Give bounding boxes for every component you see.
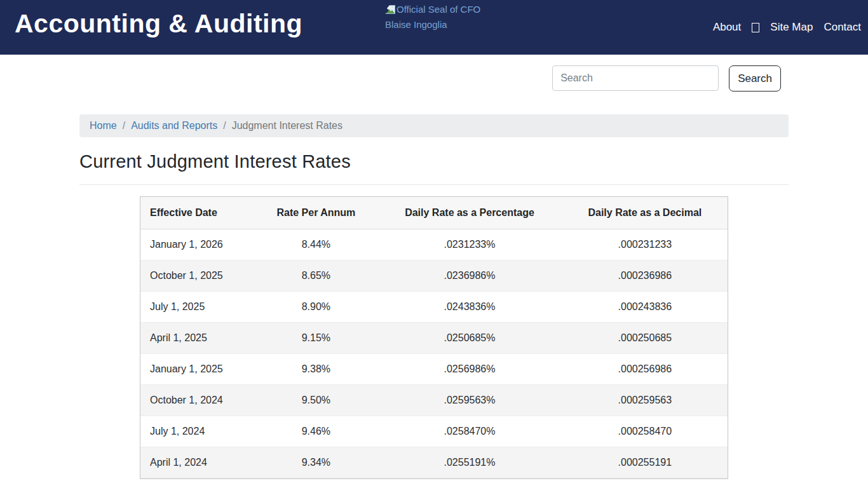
breadcrumb-separator: / (223, 120, 226, 132)
col-daily-rate-percentage: Daily Rate as a Percentage (377, 197, 562, 229)
table-cell: .0256986% (377, 354, 562, 385)
table-row: July 1, 20249.46%.0258470%.000258470 (140, 416, 728, 447)
table-row: April 1, 20259.15%.0250685%.000250685 (140, 323, 728, 354)
table-cell: .0231233% (377, 229, 562, 261)
table-cell: .0258470% (377, 416, 562, 447)
table-cell: .000243836 (562, 292, 728, 323)
table-cell: 9.34% (255, 447, 377, 478)
table-cell: January 1, 2026 (140, 229, 255, 261)
rates-table-body: January 1, 20268.44%.0231233%.000231233O… (140, 229, 728, 478)
table-cell: July 1, 2024 (140, 416, 255, 447)
table-cell: 9.15% (255, 323, 377, 354)
table-cell: .0259563% (377, 385, 562, 416)
title-divider (79, 184, 789, 185)
table-cell: .000231233 (562, 229, 728, 261)
table-cell: .000256986 (562, 354, 728, 385)
nav-site-map[interactable]: Site Map (770, 21, 813, 34)
search-bar: Search (79, 55, 789, 102)
table-row: October 1, 20258.65%.0236986%.000236986 (140, 261, 728, 292)
col-rate-per-annum: Rate Per Annum (255, 197, 377, 229)
table-cell: .000259563 (562, 385, 728, 416)
table-cell: October 1, 2025 (140, 261, 255, 292)
broken-image-icon (385, 5, 395, 14)
seal-alt-text: Official Seal of CFO Blaise Ingoglia (385, 4, 480, 30)
table-cell: .0236986% (377, 261, 562, 292)
table-cell: 9.46% (255, 416, 377, 447)
breadcrumb-home[interactable]: Home (90, 120, 117, 132)
table-cell: 8.44% (255, 229, 377, 261)
table-row: July 1, 20258.90%.0243836%.000243836 (140, 292, 728, 323)
table-row: January 1, 20268.44%.0231233%.000231233 (140, 229, 728, 261)
rates-table-header: Effective Date Rate Per Annum Daily Rate… (140, 197, 728, 229)
table-cell: 8.65% (255, 261, 377, 292)
official-seal-link[interactable]: Official Seal of CFO Blaise Ingoglia (385, 2, 487, 32)
table-cell: .000250685 (562, 323, 728, 354)
site-header: Accounting & Auditing Official Seal of C… (0, 0, 868, 55)
table-cell: April 1, 2025 (140, 323, 255, 354)
table-cell: April 1, 2024 (140, 447, 255, 478)
rates-table-container: Effective Date Rate Per Annum Daily Rate… (140, 196, 728, 479)
table-row: April 1, 20249.34%.0255191%.000255191 (140, 447, 728, 478)
table-cell: .000255191 (562, 447, 728, 478)
breadcrumb: Home / Audits and Reports / Judgment Int… (79, 114, 789, 137)
table-cell: .000258470 (562, 416, 728, 447)
nav-contact[interactable]: Contact (824, 21, 861, 34)
main-container: Search Home / Audits and Reports / Judgm… (79, 55, 789, 479)
table-cell: 8.90% (255, 292, 377, 323)
nav-about[interactable]: About (713, 21, 741, 34)
table-cell: .0243836% (377, 292, 562, 323)
table-cell: 9.50% (255, 385, 377, 416)
col-effective-date: Effective Date (140, 197, 255, 229)
search-input[interactable] (552, 65, 719, 91)
header-row: Effective Date Rate Per Annum Daily Rate… (140, 197, 728, 229)
breadcrumb-audits-and-reports[interactable]: Audits and Reports (131, 120, 217, 132)
table-cell: January 1, 2025 (140, 354, 255, 385)
search-button[interactable]: Search (729, 65, 781, 92)
table-cell: 9.38% (255, 354, 377, 385)
col-daily-rate-decimal: Daily Rate as a Decimal (562, 197, 728, 229)
table-cell: .0250685% (377, 323, 562, 354)
table-cell: July 1, 2025 (140, 292, 255, 323)
table-cell: .000236986 (562, 261, 728, 292)
table-row: January 1, 20259.38%.0256986%.000256986 (140, 354, 728, 385)
site-title: Accounting & Auditing (15, 9, 302, 39)
table-cell: .0255191% (377, 447, 562, 478)
rates-table: Effective Date Rate Per Annum Daily Rate… (140, 197, 728, 478)
breadcrumb-separator: / (123, 120, 125, 132)
table-cell: October 1, 2024 (140, 385, 255, 416)
table-row: October 1, 20249.50%.0259563%.000259563 (140, 385, 728, 416)
page-title: Current Judgment Interest Rates (79, 151, 789, 172)
breadcrumb-current: Judgment Interest Rates (232, 120, 342, 132)
header-nav: About Site Map Contact (713, 0, 861, 55)
missing-glyph-icon[interactable] (752, 23, 759, 32)
